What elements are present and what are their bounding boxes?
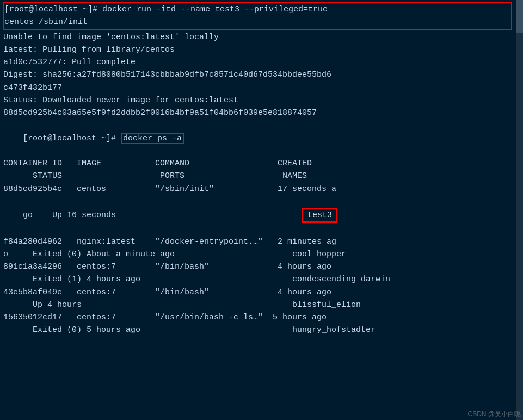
container-name-test3: test3 bbox=[302, 208, 337, 223]
container-row-5a: 15635012cd17 centos:7 "/usr/bin/bash -c … bbox=[3, 311, 520, 324]
command-highlight: docker ps -a bbox=[121, 133, 184, 144]
container-row-1a: 88d5cd925b4c centos "/sbin/init" 17 seco… bbox=[3, 183, 520, 195]
command-line-2-full: [root@localhost ~]# docker ps -a bbox=[3, 119, 520, 157]
output-line-4: Digest: sha256:a27fd8080b517143cbbbab9df… bbox=[3, 69, 520, 81]
container-row-2b: o Exited (0) About a minute ago cool_hop… bbox=[3, 248, 520, 261]
output-line-6: Status: Downloaded newer image for cento… bbox=[3, 94, 520, 107]
output-line-1: Unable to find image 'centos:latest' loc… bbox=[3, 31, 520, 44]
container-row-3b: Exited (1) 4 hours ago condescending_dar… bbox=[3, 273, 520, 286]
command-line-2: centos /sbin/init bbox=[4, 16, 511, 28]
command-line-1: [root@localhost ~]# docker run -itd --na… bbox=[4, 3, 511, 16]
table-header-1: CONTAINER ID IMAGE COMMAND CREATED bbox=[3, 157, 520, 170]
scrollbar-thumb[interactable] bbox=[516, 0, 523, 33]
row-1b-prefix: go Up 16 seconds bbox=[23, 211, 302, 220]
prompt-2: [root@localhost ~]# bbox=[23, 134, 121, 143]
container-row-2a: f84a280d4962 nginx:latest "/docker-entry… bbox=[3, 236, 520, 248]
output-line-5: c473f432b177 bbox=[3, 82, 520, 94]
container-row-5b: Exited (0) 5 hours ago hungry_hofstadter bbox=[3, 324, 520, 336]
container-row-4a: 43e5b8af049e centos:7 "/bin/bash" 4 hour… bbox=[3, 286, 520, 299]
output-line-3: a1d0c7532777: Pull complete bbox=[3, 56, 520, 69]
container-row-4b: Up 4 hours blissful_elion bbox=[3, 299, 520, 311]
container-row-3a: 891c1a3a4296 centos:7 "/bin/bash" 4 hour… bbox=[3, 261, 520, 273]
table-header-2: STATUS PORTS NAMES bbox=[3, 170, 520, 182]
watermark: CSDN @吴小白呢 bbox=[465, 409, 523, 420]
scrollbar[interactable] bbox=[516, 0, 523, 420]
output-line-2: latest: Pulling from library/centos bbox=[3, 44, 520, 56]
container-row-1b: go Up 16 seconds test3 bbox=[3, 195, 520, 236]
terminal: [root@localhost ~]# docker run -itd --na… bbox=[0, 0, 523, 420]
output-line-7: 88d5cd925b4c03a65e5f9fd2ddbb2f0016b4bf9a… bbox=[3, 107, 520, 119]
